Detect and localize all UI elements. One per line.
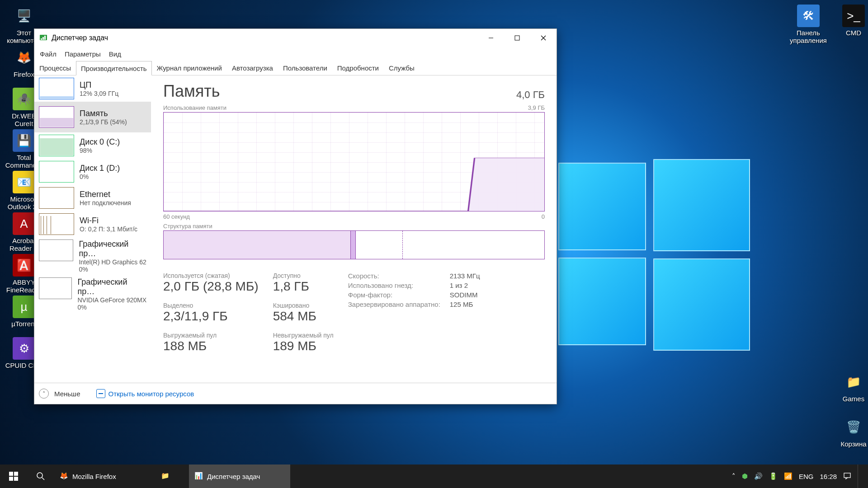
tray-volume-icon[interactable]: 🔊	[754, 472, 763, 480]
tab-0[interactable]: Процессы	[34, 61, 76, 75]
chart-ymax: 3,9 ГБ	[528, 104, 545, 111]
thumbnail-chart-icon	[39, 106, 74, 128]
stat-pair: Выделено2,3/11,9 ГБ	[163, 302, 259, 324]
system-tray: ˄ ⬢ 🔊 🔋 📶 ENG 16:28	[726, 472, 858, 481]
search-icon	[36, 472, 45, 481]
perf-sidebar: ЦП12% 3,09 ГГц Память2,1/3,9 ГБ (54%) Ди…	[34, 75, 151, 383]
tray-action-center-icon[interactable]	[843, 472, 851, 481]
page-title: Память	[163, 82, 220, 101]
chart-xright: 0	[542, 213, 545, 220]
svg-rect-3	[44, 36, 46, 40]
control-panel-icon: 🛠	[797, 5, 820, 27]
window-footer: ˄ Меньше Открыть монитор ресурсов	[34, 383, 557, 404]
menu-options[interactable]: Параметры	[65, 50, 101, 58]
firefox-icon: 🦊	[13, 46, 35, 69]
tray-clock[interactable]: 16:28	[820, 473, 837, 480]
utorrent-icon: µ	[13, 296, 35, 318]
tab-4[interactable]: Пользователи	[278, 61, 332, 75]
tray-chevron-icon[interactable]: ˄	[732, 472, 736, 480]
tab-5[interactable]: Подробности	[332, 61, 384, 75]
thumbnail-chart-icon	[39, 135, 74, 156]
svg-rect-10	[844, 473, 850, 478]
chart-label: Использование памяти	[163, 104, 226, 111]
task-icon: 📁	[161, 472, 170, 481]
open-resource-monitor-link[interactable]: Открыть монитор ресурсов	[96, 389, 194, 398]
show-desktop-button[interactable]	[858, 465, 868, 488]
collapse-chevron-icon[interactable]: ˄	[39, 389, 49, 399]
side-gpu1[interactable]: Графический пр…NVIDIA GeForce 920MX0%	[34, 275, 151, 313]
minimize-button[interactable]	[478, 29, 504, 47]
stats-col-mid: Доступно1,8 ГБКэшировано584 МБНевыгружае…	[273, 272, 334, 361]
desktop-icon-control-panel[interactable]: 🛠Панель управления	[787, 5, 830, 45]
desktop-icon-cmd[interactable]: >_CMD	[832, 5, 868, 37]
drweb-icon: 🕷️	[13, 88, 35, 110]
side-gpu0[interactable]: Графический пр…Intel(R) HD Graphics 620%	[34, 237, 151, 275]
menu-view[interactable]: Вид	[109, 50, 121, 58]
memory-total: 4,0 ГБ	[516, 89, 545, 101]
total-commander-icon: 💾	[13, 129, 35, 152]
tabstrip: ПроцессыПроизводительностьЖурнал приложе…	[34, 61, 557, 75]
side-wifi[interactable]: Wi-FiО: 0,2 П: 3,1 Мбит/с	[34, 211, 151, 237]
thumbnail-chart-icon	[39, 78, 74, 99]
task-manager-window: Диспетчер задач Файл Параметры Вид Проце…	[34, 28, 557, 404]
tab-1[interactable]: Производительность	[76, 61, 152, 75]
titlebar[interactable]: Диспетчер задач	[34, 29, 557, 47]
tray-shield-icon[interactable]: ⬢	[742, 472, 748, 480]
task-explorer[interactable]: 📁	[156, 465, 189, 488]
side-ethernet[interactable]: EthernetНет подключения	[34, 185, 151, 211]
tray-network-icon[interactable]: 📶	[784, 472, 793, 480]
task-taskmgr[interactable]: 📊Диспетчер задач	[189, 465, 290, 488]
desktop-icon-games-folder[interactable]: 📁Games	[832, 371, 868, 403]
task-icon: 🦊	[60, 472, 69, 481]
taskbar: 🦊Mozilla Firefox📁📊Диспетчер задач ˄ ⬢ 🔊 …	[0, 465, 868, 488]
hardware-info: Скорость:2133 МГцИспользовано гнезд:1 из…	[348, 272, 480, 361]
close-button[interactable]	[530, 29, 557, 47]
perf-main: Память 4,0 ГБ Использование памяти 3,9 Г…	[151, 75, 557, 383]
stats-col-left: Используется (сжатая)2,0 ГБ (28,8 МБ)Выд…	[163, 272, 259, 361]
windows-logo-icon	[9, 472, 18, 481]
memory-composition-bar	[163, 230, 545, 259]
games-folder-icon: 📁	[842, 371, 865, 393]
resource-monitor-icon	[96, 389, 105, 398]
recycle-bin-icon: 🗑️	[842, 416, 865, 438]
stat-pair: Кэшировано584 МБ	[273, 302, 334, 324]
this-pc-icon: 🖥️	[13, 5, 35, 27]
thumbnail-chart-icon	[39, 187, 74, 209]
tab-3[interactable]: Автозагрузка	[227, 61, 278, 75]
tray-language[interactable]: ENG	[799, 473, 814, 480]
desktop: 🖥️Этот компьютер🦊Firefox🕷️Dr.WEB CureIt💾…	[0, 0, 868, 488]
search-button[interactable]	[27, 465, 54, 488]
windows-logo-wallpaper	[558, 163, 748, 352]
fewer-details-link[interactable]: Меньше	[54, 390, 80, 398]
desktop-icon-recycle-bin[interactable]: 🗑️Корзина	[832, 416, 868, 448]
chart-xleft: 60 секунд	[163, 213, 190, 220]
kv-row: Форм-фактор:SODIMM	[348, 291, 480, 299]
tray-battery-icon[interactable]: 🔋	[769, 472, 778, 480]
menu-file[interactable]: Файл	[40, 50, 57, 58]
start-button[interactable]	[0, 465, 27, 488]
outlook-icon: 📧	[13, 171, 35, 193]
abbyy-icon: 🅰️	[13, 254, 35, 277]
maximize-button[interactable]	[504, 29, 530, 47]
stat-pair: Используется (сжатая)2,0 ГБ (28,8 МБ)	[163, 272, 259, 294]
side-memory[interactable]: Память2,1/3,9 ГБ (54%)	[34, 102, 151, 132]
svg-point-8	[37, 473, 42, 478]
kv-row: Использовано гнезд:1 из 2	[348, 282, 480, 289]
side-cpu[interactable]: ЦП12% 3,09 ГГц	[34, 75, 151, 102]
thumbnail-chart-icon	[39, 213, 74, 235]
tab-6[interactable]: Службы	[384, 61, 420, 75]
memory-usage-chart	[163, 112, 545, 211]
thumbnail-chart-icon	[39, 239, 73, 261]
stat-pair: Выгружаемый пул188 МБ	[163, 332, 259, 353]
task-firefox[interactable]: 🦊Mozilla Firefox	[54, 465, 156, 488]
composition-label: Структура памяти	[163, 223, 545, 230]
side-disk1[interactable]: Диск 1 (D:)0%	[34, 159, 151, 185]
cpuid-icon: ⚙	[13, 337, 35, 360]
stat-pair: Доступно1,8 ГБ	[273, 272, 334, 294]
cmd-icon: >_	[842, 5, 865, 27]
kv-row: Зарезервировано аппаратно:125 МБ	[348, 300, 480, 308]
tab-2[interactable]: Журнал приложений	[152, 61, 227, 75]
stat-pair: Невыгружаемый пул189 МБ	[273, 332, 334, 353]
side-disk0[interactable]: Диск 0 (C:)98%	[34, 132, 151, 159]
svg-rect-2	[42, 37, 44, 40]
